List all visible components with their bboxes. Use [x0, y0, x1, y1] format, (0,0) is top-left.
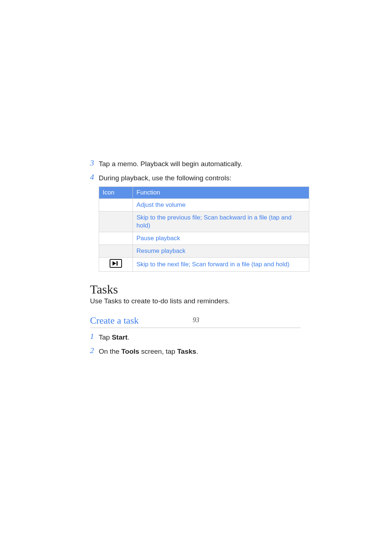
page-number: 93 [0, 316, 392, 324]
section-title-tasks: Tasks [90, 283, 312, 296]
skip-next-icon [110, 259, 122, 268]
text-mid: screen, tap [139, 348, 177, 355]
document-page: 3 Tap a memo. Playback will begin automa… [0, 0, 392, 554]
table-row: Resume playback [99, 245, 309, 258]
function-cell: Skip to the next file; Scan forward in a… [133, 258, 309, 272]
step-number: 4 [90, 172, 99, 182]
svg-marker-0 [113, 261, 116, 266]
function-cell: Pause playback [133, 232, 309, 245]
icon-cell [99, 258, 133, 272]
step-text: On the Tools screen, tap Tasks. [99, 346, 198, 357]
table-row: Skip to the next file; Scan forward in a… [99, 258, 309, 272]
icon-cell [99, 245, 133, 258]
table-header-function: Function [133, 187, 309, 199]
substep-1: 1 Tap Start. [90, 332, 312, 343]
text-suffix: . [196, 348, 198, 355]
text-prefix: Tap [99, 333, 112, 341]
text-bold: Tools [121, 348, 139, 355]
icon-cell [99, 199, 133, 212]
function-cell: Resume playback [133, 245, 309, 258]
substep-2: 2 On the Tools screen, tap Tasks. [90, 346, 312, 357]
step-number: 2 [90, 346, 99, 355]
step-text: Tap Start. [99, 332, 130, 343]
step-text: During playback, use the following contr… [99, 172, 231, 184]
step-number: 1 [90, 332, 99, 341]
table-header-icon: Icon [99, 187, 133, 199]
function-cell: Adjust the volume [133, 199, 309, 212]
text-bold-2: Tasks [177, 348, 196, 355]
step-number: 3 [90, 158, 99, 168]
function-cell: Skip to the previous file; Scan backward… [133, 212, 309, 232]
table-header-row: Icon Function [99, 187, 309, 199]
table-row: Adjust the volume [99, 199, 309, 212]
icon-cell [99, 212, 133, 232]
text-suffix: . [127, 333, 129, 341]
step-text: Tap a memo. Playback will begin automati… [99, 158, 242, 169]
step-4: 4 During playback, use the following con… [90, 172, 312, 184]
table-row: Pause playback [99, 232, 309, 245]
section-description: Use Tasks to create to-do lists and remi… [90, 297, 312, 305]
step-3: 3 Tap a memo. Playback will begin automa… [90, 158, 312, 169]
text-prefix: On the [99, 348, 121, 355]
svg-rect-1 [117, 261, 118, 266]
table-row: Skip to the previous file; Scan backward… [99, 212, 309, 232]
text-bold: Start [112, 333, 127, 341]
controls-table: Icon Function Adjust the volume Skip to … [99, 186, 309, 272]
icon-cell [99, 232, 133, 245]
